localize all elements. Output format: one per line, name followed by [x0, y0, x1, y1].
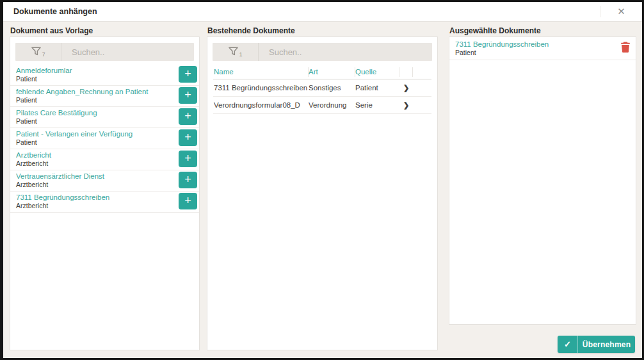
cell-name: 7311 Begründungsschreiben: [213, 84, 309, 92]
existing-filter-button[interactable]: 1: [213, 43, 259, 61]
delete-button[interactable]: [620, 42, 631, 54]
template-list-item: Arztbericht Arztbericht +: [10, 149, 199, 170]
cell-quelle: Patient: [355, 84, 399, 92]
plus-icon: +: [184, 89, 191, 101]
templates-list: Anmeldeforumlar Patient + fehlende Angab…: [10, 65, 199, 213]
apply-button[interactable]: ✓ Übernehmen: [558, 336, 635, 353]
cell-art: Sonstiges: [309, 84, 355, 92]
funnel-icon: [229, 47, 238, 58]
template-list-item: Vertrauensärztlicher Dienst Arztbericht …: [10, 170, 199, 192]
templates-filter-button[interactable]: 7: [15, 43, 61, 61]
close-icon: ✕: [617, 6, 625, 17]
template-title: 7311 Begründungsschreiben: [16, 193, 173, 202]
dialog-title: Dokumente anhängen: [3, 7, 97, 16]
plus-icon: +: [184, 174, 191, 185]
table-header-name[interactable]: Name: [213, 67, 309, 77]
plus-icon: +: [184, 195, 191, 206]
table-row[interactable]: 7311 Begründungsschreiben Sonstiges Pati…: [213, 79, 431, 97]
templates-search-input[interactable]: [61, 43, 194, 61]
cell-art: Verordnung: [309, 101, 355, 109]
existing-search-box: 1: [213, 43, 432, 61]
plus-icon: +: [184, 131, 191, 143]
templates-panel: 7 Anmeldeforumlar Patient + fehlende Ang…: [10, 37, 200, 350]
column-header-selected: Ausgewählte Dokumente: [449, 26, 541, 35]
template-title: Patient - Verlangen einer Verfügung: [16, 130, 173, 138]
template-subtitle: Patient: [16, 96, 173, 104]
table-row[interactable]: Verordnungsformular08_D Verordnung Serie…: [213, 97, 431, 114]
existing-search-input[interactable]: [259, 43, 432, 61]
template-title: Pilates Care Bestätigung: [16, 109, 173, 117]
add-template-button[interactable]: +: [179, 87, 197, 104]
table-header-quelle[interactable]: Quelle: [355, 67, 399, 77]
template-list-item: Patient - Verlangen einer Verfügung Pati…: [10, 128, 199, 149]
template-subtitle: Patient: [16, 138, 173, 147]
add-template-button[interactable]: +: [179, 66, 197, 83]
dialog-content: Dokument aus Vorlage Bestehende Dokument…: [3, 22, 642, 359]
template-subtitle: Patient: [16, 75, 173, 83]
add-template-button[interactable]: +: [179, 172, 197, 188]
add-template-button[interactable]: +: [179, 129, 197, 146]
selected-subtitle: Patient: [455, 49, 614, 57]
table-header-art[interactable]: Art: [309, 67, 355, 77]
column-header-existing: Bestehende Dokumente: [207, 26, 295, 35]
template-title: Anmeldeforumlar: [16, 67, 173, 75]
template-list-item: 7311 Begründungsschreiben Arztbericht +: [10, 192, 199, 213]
template-title: fehlende Angaben_Rechnung an Patient: [16, 88, 173, 96]
selected-documents-panel: 7311 Begründungsschreiben Patient: [449, 37, 636, 325]
filter-count-badge: 1: [239, 51, 243, 58]
template-subtitle: Arztbericht: [16, 181, 173, 189]
table-header-empty: [413, 67, 431, 77]
funnel-icon: [31, 47, 41, 58]
dialog-window: Dokumente anhängen ✕ Dokument aus Vorlag…: [0, 0, 644, 360]
template-list-item: fehlende Angaben_Rechnung an Patient Pat…: [10, 86, 199, 107]
chevron-right-icon[interactable]: ❯: [399, 83, 413, 92]
add-template-button[interactable]: +: [179, 108, 197, 125]
trash-icon: [620, 45, 631, 55]
cell-quelle: Serie: [355, 101, 399, 109]
template-list-item: Pilates Care Bestätigung Patient +: [10, 107, 199, 128]
plus-icon: +: [184, 110, 191, 122]
add-template-button[interactable]: +: [179, 151, 197, 167]
plus-icon: +: [184, 152, 191, 164]
check-icon: ✓: [558, 336, 578, 353]
selected-title: 7311 Begründungsschreiben: [455, 40, 614, 49]
existing-documents-table: Name Art Quelle 7311 Begründungsschreibe…: [213, 65, 431, 114]
template-subtitle: Patient: [16, 117, 173, 126]
close-button[interactable]: ✕: [600, 6, 642, 17]
template-title: Arztbericht: [16, 151, 173, 160]
existing-documents-panel: 1 Name Art Quelle 7311 Begründungsschrei…: [207, 37, 438, 350]
template-list-item: Anmeldeforumlar Patient +: [10, 65, 199, 86]
table-header-empty: [399, 67, 413, 77]
apply-button-label: Übernehmen: [578, 336, 635, 353]
table-header-row: Name Art Quelle: [213, 65, 431, 79]
chevron-right-icon[interactable]: ❯: [399, 101, 413, 110]
plus-icon: +: [184, 68, 191, 79]
cell-name: Verordnungsformular08_D: [213, 101, 309, 109]
template-subtitle: Arztbericht: [16, 160, 173, 168]
selected-list-item: 7311 Begründungsschreiben Patient: [449, 37, 636, 60]
template-subtitle: Arztbericht: [16, 202, 173, 210]
templates-search-box: 7: [15, 43, 194, 61]
title-bar: Dokumente anhängen ✕: [3, 2, 642, 22]
filter-count-badge: 7: [42, 51, 45, 58]
template-title: Vertrauensärztlicher Dienst: [16, 172, 173, 181]
column-header-templates: Dokument aus Vorlage: [10, 26, 93, 35]
add-template-button[interactable]: +: [179, 193, 197, 209]
